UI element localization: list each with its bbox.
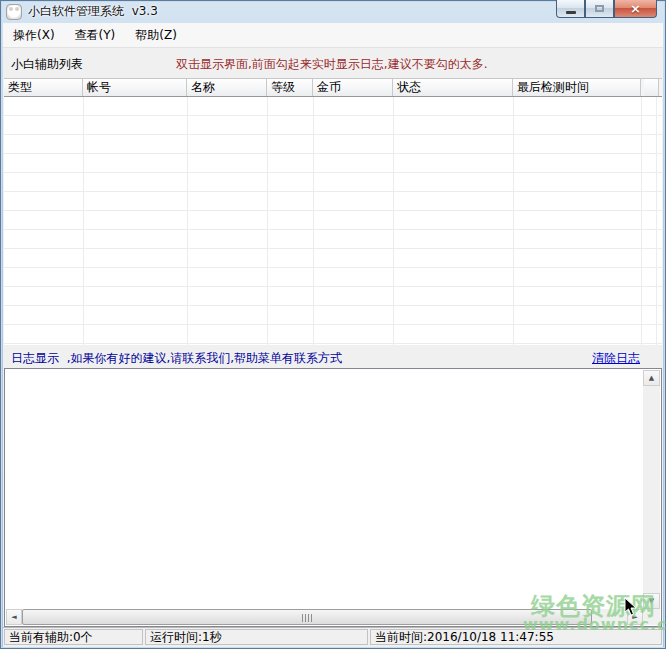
menu-view[interactable]: 查看(Y) bbox=[65, 24, 126, 47]
status-bar: 当前有辅助:0个 运行时间:1秒 当前时间:2016/10/18 11:47:5… bbox=[3, 627, 663, 647]
table-body-empty[interactable] bbox=[4, 97, 662, 346]
log-label: 日志显示 ,如果你有好的建议,请联系我们,帮助菜单有联系方式 bbox=[11, 350, 342, 367]
scroll-right-button[interactable]: ► bbox=[627, 609, 643, 625]
log-vertical-scrollbar[interactable]: ▲ ▼ bbox=[643, 370, 660, 609]
scroll-left-icon: ◄ bbox=[11, 614, 16, 621]
column-header-name[interactable]: 名称 bbox=[187, 79, 267, 96]
status-current-time: 当前时间:2016/10/18 11:47:55 bbox=[370, 629, 662, 645]
app-icon bbox=[6, 4, 22, 20]
minimize-icon bbox=[566, 11, 576, 14]
maximize-button[interactable] bbox=[585, 0, 614, 18]
log-bar: 日志显示 ,如果你有好的建议,请联系我们,帮助菜单有联系方式 清除日志 bbox=[3, 345, 663, 368]
column-header-type[interactable]: 类型 bbox=[4, 79, 83, 96]
window-title: 小白软件管理系统 v3.3 bbox=[28, 3, 158, 20]
grid-column-line bbox=[656, 97, 657, 346]
grid-column-line bbox=[641, 97, 642, 346]
log-output[interactable]: ▲ ▼ ◄ ► bbox=[4, 368, 662, 627]
grid-column-line bbox=[513, 97, 514, 346]
scroll-up-button[interactable]: ▲ bbox=[643, 370, 660, 386]
scroll-down-button[interactable]: ▼ bbox=[643, 593, 660, 609]
clear-log-link[interactable]: 清除日志 bbox=[592, 350, 640, 367]
grid-column-line bbox=[187, 97, 188, 346]
window-controls: × bbox=[556, 0, 657, 18]
client-area: 操作(X) 查看(Y) 帮助(Z) 小白辅助列表 双击显示界面,前面勾起来实时显… bbox=[3, 23, 663, 646]
column-header-gold[interactable]: 金币 bbox=[313, 79, 393, 96]
column-header-status[interactable]: 状态 bbox=[393, 79, 513, 96]
close-icon: × bbox=[630, 2, 641, 15]
maximize-icon bbox=[595, 5, 604, 12]
column-header-account[interactable]: 帐号 bbox=[83, 79, 187, 96]
status-helper-count: 当前有辅助:0个 bbox=[4, 629, 143, 645]
grid-column-line bbox=[83, 97, 84, 346]
scroll-left-button[interactable]: ◄ bbox=[6, 609, 22, 625]
grid-column-line bbox=[393, 97, 394, 346]
helper-list: 类型 帐号 名称 等级 金币 状态 最后检测时间 bbox=[4, 78, 662, 346]
grid-column-line bbox=[313, 97, 314, 346]
column-header-level[interactable]: 等级 bbox=[267, 79, 313, 96]
minimize-button[interactable] bbox=[556, 0, 585, 18]
scroll-down-icon: ▼ bbox=[649, 598, 654, 605]
menu-help[interactable]: 帮助(Z) bbox=[125, 24, 187, 47]
log-horizontal-scrollbar[interactable]: ◄ ► bbox=[6, 609, 643, 625]
scrollbar-grip-icon bbox=[302, 614, 312, 622]
info-bar: 小白辅助列表 双击显示界面,前面勾起来实时显示日志,建议不要勾的太多. bbox=[3, 48, 663, 78]
list-title: 小白辅助列表 bbox=[11, 56, 83, 73]
close-button[interactable]: × bbox=[614, 0, 657, 18]
menu-bar: 操作(X) 查看(Y) 帮助(Z) bbox=[3, 23, 663, 48]
status-runtime: 运行时间:1秒 bbox=[145, 629, 368, 645]
table-header-row: 类型 帐号 名称 等级 金币 状态 最后检测时间 bbox=[4, 79, 662, 97]
notice-text: 双击显示界面,前面勾起来实时显示日志,建议不要勾的太多. bbox=[176, 56, 487, 73]
scrollbar-corner bbox=[643, 609, 660, 625]
column-header-stub bbox=[644, 79, 659, 96]
scroll-right-icon: ► bbox=[632, 614, 637, 621]
scroll-up-icon: ▲ bbox=[649, 375, 654, 382]
horizontal-scrollbar-thumb[interactable] bbox=[22, 609, 592, 625]
app-window: 小白软件管理系统 v3.3 × 操作(X) 查看(Y) 帮助(Z) 小白辅助列表… bbox=[0, 0, 666, 649]
column-header-lastcheck[interactable]: 最后检测时间 bbox=[513, 79, 641, 96]
menu-operate[interactable]: 操作(X) bbox=[3, 24, 65, 47]
grid-column-line bbox=[267, 97, 268, 346]
